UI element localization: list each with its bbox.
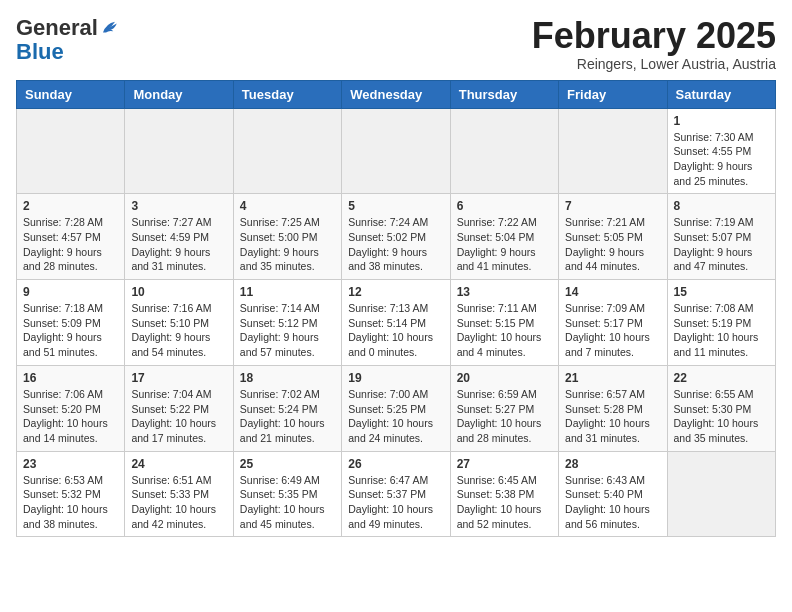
calendar-cell: 8Sunrise: 7:19 AM Sunset: 5:07 PM Daylig… [667,194,775,280]
day-info: Sunrise: 7:11 AM Sunset: 5:15 PM Dayligh… [457,301,552,360]
day-info: Sunrise: 7:13 AM Sunset: 5:14 PM Dayligh… [348,301,443,360]
day-number: 20 [457,371,552,385]
calendar-table: SundayMondayTuesdayWednesdayThursdayFrid… [16,80,776,538]
weekday-header-friday: Friday [559,80,667,108]
day-number: 16 [23,371,118,385]
calendar-cell: 16Sunrise: 7:06 AM Sunset: 5:20 PM Dayli… [17,365,125,451]
calendar-cell: 19Sunrise: 7:00 AM Sunset: 5:25 PM Dayli… [342,365,450,451]
calendar-week-5: 23Sunrise: 6:53 AM Sunset: 5:32 PM Dayli… [17,451,776,537]
calendar-cell: 4Sunrise: 7:25 AM Sunset: 5:00 PM Daylig… [233,194,341,280]
day-info: Sunrise: 6:49 AM Sunset: 5:35 PM Dayligh… [240,473,335,532]
day-info: Sunrise: 7:04 AM Sunset: 5:22 PM Dayligh… [131,387,226,446]
calendar-cell [125,108,233,194]
day-number: 27 [457,457,552,471]
day-number: 19 [348,371,443,385]
calendar-cell: 28Sunrise: 6:43 AM Sunset: 5:40 PM Dayli… [559,451,667,537]
calendar-cell: 7Sunrise: 7:21 AM Sunset: 5:05 PM Daylig… [559,194,667,280]
day-number: 2 [23,199,118,213]
calendar-cell: 1Sunrise: 7:30 AM Sunset: 4:55 PM Daylig… [667,108,775,194]
day-info: Sunrise: 7:25 AM Sunset: 5:00 PM Dayligh… [240,215,335,274]
calendar-week-4: 16Sunrise: 7:06 AM Sunset: 5:20 PM Dayli… [17,365,776,451]
calendar-cell: 15Sunrise: 7:08 AM Sunset: 5:19 PM Dayli… [667,280,775,366]
weekday-header-monday: Monday [125,80,233,108]
day-number: 18 [240,371,335,385]
day-info: Sunrise: 6:57 AM Sunset: 5:28 PM Dayligh… [565,387,660,446]
month-title: February 2025 [532,16,776,56]
calendar-cell [450,108,558,194]
weekday-header-saturday: Saturday [667,80,775,108]
day-info: Sunrise: 7:00 AM Sunset: 5:25 PM Dayligh… [348,387,443,446]
day-info: Sunrise: 7:24 AM Sunset: 5:02 PM Dayligh… [348,215,443,274]
calendar-cell: 25Sunrise: 6:49 AM Sunset: 5:35 PM Dayli… [233,451,341,537]
day-number: 26 [348,457,443,471]
calendar-cell: 21Sunrise: 6:57 AM Sunset: 5:28 PM Dayli… [559,365,667,451]
weekday-header-wednesday: Wednesday [342,80,450,108]
day-number: 7 [565,199,660,213]
logo: General Blue [16,16,118,64]
calendar-cell: 2Sunrise: 7:28 AM Sunset: 4:57 PM Daylig… [17,194,125,280]
calendar-week-3: 9Sunrise: 7:18 AM Sunset: 5:09 PM Daylig… [17,280,776,366]
calendar-cell: 18Sunrise: 7:02 AM Sunset: 5:24 PM Dayli… [233,365,341,451]
day-number: 21 [565,371,660,385]
calendar-cell: 20Sunrise: 6:59 AM Sunset: 5:27 PM Dayli… [450,365,558,451]
day-number: 15 [674,285,769,299]
day-info: Sunrise: 7:21 AM Sunset: 5:05 PM Dayligh… [565,215,660,274]
day-number: 23 [23,457,118,471]
calendar-cell: 22Sunrise: 6:55 AM Sunset: 5:30 PM Dayli… [667,365,775,451]
weekday-header-tuesday: Tuesday [233,80,341,108]
day-number: 24 [131,457,226,471]
location-subtitle: Reingers, Lower Austria, Austria [532,56,776,72]
calendar-cell: 17Sunrise: 7:04 AM Sunset: 5:22 PM Dayli… [125,365,233,451]
day-info: Sunrise: 6:53 AM Sunset: 5:32 PM Dayligh… [23,473,118,532]
day-info: Sunrise: 7:18 AM Sunset: 5:09 PM Dayligh… [23,301,118,360]
day-number: 3 [131,199,226,213]
day-info: Sunrise: 7:28 AM Sunset: 4:57 PM Dayligh… [23,215,118,274]
calendar-header-row: SundayMondayTuesdayWednesdayThursdayFrid… [17,80,776,108]
logo-blue-text: Blue [16,40,118,64]
day-number: 28 [565,457,660,471]
weekday-header-thursday: Thursday [450,80,558,108]
day-number: 1 [674,114,769,128]
day-info: Sunrise: 7:14 AM Sunset: 5:12 PM Dayligh… [240,301,335,360]
day-info: Sunrise: 7:08 AM Sunset: 5:19 PM Dayligh… [674,301,769,360]
calendar-cell: 27Sunrise: 6:45 AM Sunset: 5:38 PM Dayli… [450,451,558,537]
day-info: Sunrise: 6:43 AM Sunset: 5:40 PM Dayligh… [565,473,660,532]
calendar-cell: 11Sunrise: 7:14 AM Sunset: 5:12 PM Dayli… [233,280,341,366]
calendar-cell: 12Sunrise: 7:13 AM Sunset: 5:14 PM Dayli… [342,280,450,366]
calendar-cell [342,108,450,194]
day-info: Sunrise: 7:27 AM Sunset: 4:59 PM Dayligh… [131,215,226,274]
calendar-cell: 5Sunrise: 7:24 AM Sunset: 5:02 PM Daylig… [342,194,450,280]
day-info: Sunrise: 7:16 AM Sunset: 5:10 PM Dayligh… [131,301,226,360]
day-info: Sunrise: 6:47 AM Sunset: 5:37 PM Dayligh… [348,473,443,532]
day-number: 5 [348,199,443,213]
day-info: Sunrise: 6:59 AM Sunset: 5:27 PM Dayligh… [457,387,552,446]
day-info: Sunrise: 7:30 AM Sunset: 4:55 PM Dayligh… [674,130,769,189]
day-info: Sunrise: 7:02 AM Sunset: 5:24 PM Dayligh… [240,387,335,446]
logo-bird-icon [100,19,118,37]
page-header: General Blue February 2025 Reingers, Low… [16,16,776,72]
logo-general-text: General [16,16,98,40]
day-info: Sunrise: 7:19 AM Sunset: 5:07 PM Dayligh… [674,215,769,274]
title-block: February 2025 Reingers, Lower Austria, A… [532,16,776,72]
day-info: Sunrise: 6:55 AM Sunset: 5:30 PM Dayligh… [674,387,769,446]
calendar-cell: 6Sunrise: 7:22 AM Sunset: 5:04 PM Daylig… [450,194,558,280]
day-number: 13 [457,285,552,299]
day-info: Sunrise: 7:22 AM Sunset: 5:04 PM Dayligh… [457,215,552,274]
calendar-cell: 26Sunrise: 6:47 AM Sunset: 5:37 PM Dayli… [342,451,450,537]
calendar-cell: 24Sunrise: 6:51 AM Sunset: 5:33 PM Dayli… [125,451,233,537]
day-number: 8 [674,199,769,213]
day-number: 9 [23,285,118,299]
calendar-cell: 3Sunrise: 7:27 AM Sunset: 4:59 PM Daylig… [125,194,233,280]
day-info: Sunrise: 7:06 AM Sunset: 5:20 PM Dayligh… [23,387,118,446]
calendar-cell [233,108,341,194]
calendar-cell: 23Sunrise: 6:53 AM Sunset: 5:32 PM Dayli… [17,451,125,537]
calendar-cell: 10Sunrise: 7:16 AM Sunset: 5:10 PM Dayli… [125,280,233,366]
calendar-cell [667,451,775,537]
day-number: 14 [565,285,660,299]
weekday-header-sunday: Sunday [17,80,125,108]
day-number: 22 [674,371,769,385]
day-number: 25 [240,457,335,471]
day-number: 6 [457,199,552,213]
calendar-cell [559,108,667,194]
calendar-cell: 14Sunrise: 7:09 AM Sunset: 5:17 PM Dayli… [559,280,667,366]
